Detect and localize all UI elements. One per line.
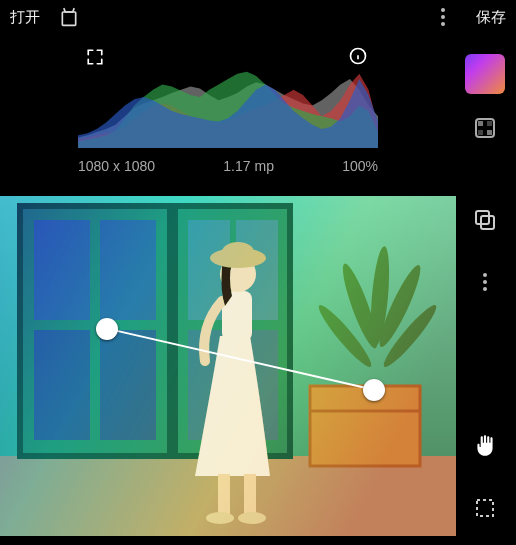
histogram-panel: 1080 x 1080 1.17 mp 100%	[0, 34, 516, 184]
layers-icon[interactable]	[469, 204, 501, 236]
svg-rect-7	[478, 130, 483, 135]
svg-rect-6	[487, 121, 492, 126]
edited-photo	[0, 196, 456, 536]
svg-rect-8	[487, 130, 492, 135]
svg-rect-5	[478, 121, 483, 126]
transparency-icon[interactable]	[469, 112, 501, 144]
svg-rect-40	[477, 500, 493, 516]
more-vertical-icon[interactable]	[469, 266, 501, 298]
svg-rect-36	[0, 196, 456, 536]
info-icon[interactable]	[348, 46, 368, 70]
more-icon[interactable]	[430, 4, 456, 30]
save-button[interactable]: 保存	[474, 4, 508, 31]
shop-icon[interactable]	[56, 4, 82, 30]
gradient-handle-end[interactable]	[363, 379, 385, 401]
open-button[interactable]: 打开	[8, 4, 42, 31]
expand-icon[interactable]	[86, 48, 104, 70]
pan-hand-icon[interactable]	[469, 430, 501, 462]
gradient-handle-start[interactable]	[96, 318, 118, 340]
zoom-label: 100%	[342, 158, 378, 174]
image-canvas[interactable]	[0, 196, 456, 536]
crop-icon[interactable]	[469, 492, 501, 524]
svg-rect-38	[476, 211, 489, 224]
histogram-chart	[78, 42, 378, 148]
svg-rect-39	[481, 216, 494, 229]
megapixels-label: 1.17 mp	[223, 158, 274, 174]
resolution-label: 1080 x 1080	[78, 158, 155, 174]
svg-rect-0	[62, 12, 75, 25]
gradient-swatch[interactable]	[465, 54, 505, 94]
